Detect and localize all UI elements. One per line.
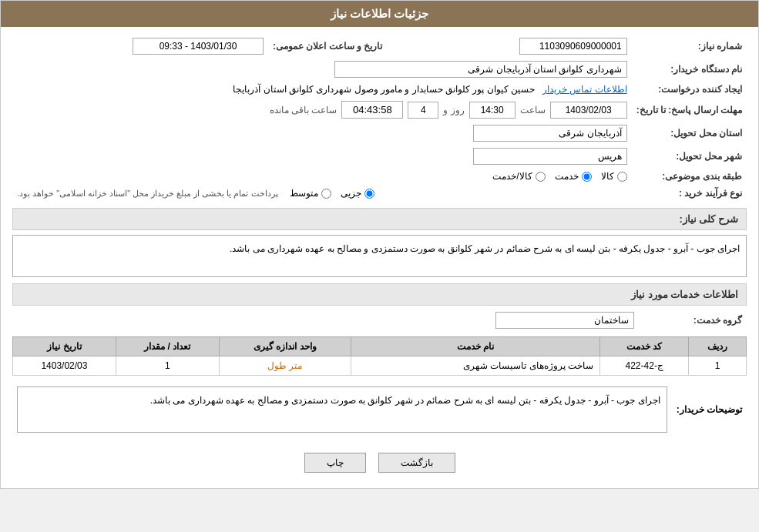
- radio-motovaset[interactable]: متوسط: [290, 188, 331, 199]
- mohlat-baqi: ساعت باقی مانده: [270, 105, 338, 115]
- col-code: کد خدمت: [600, 337, 689, 356]
- ostan-label: استان محل تحویل:: [632, 122, 747, 145]
- nooe-radio-group: متوسط جزیی: [290, 188, 374, 199]
- nam-dastgah-value: شهرداری کلوانق استان آذربایجان شرقی: [12, 58, 632, 81]
- radio-motovaset-input[interactable]: [321, 189, 331, 199]
- mohlat-inline: 1403/02/03 ساعت 14:30 روز و 4 04:43:58 س…: [17, 101, 627, 119]
- row-gorohe: گروه خدمت: ساختمان: [12, 309, 747, 332]
- gorohe-table: گروه خدمت: ساختمان: [12, 309, 747, 332]
- radio-kala-label: کالا: [601, 171, 614, 182]
- cell-radif: 1: [689, 356, 747, 376]
- radio-jozii-label: جزیی: [341, 188, 361, 199]
- tarikh-label: تاریخ و ساعت اعلان عمومی:: [268, 35, 387, 58]
- row-shahr: شهر محل تحویل: هریس: [12, 145, 747, 168]
- gorohe-label: گروه خدمت:: [639, 309, 747, 332]
- radio-kala[interactable]: کالا: [601, 171, 627, 182]
- cell-name: ساخت پروژه‌های تاسیسات شهری: [351, 356, 599, 376]
- btn-bazgasht[interactable]: بازگشت: [378, 453, 455, 473]
- mohlat-value: 1403/02/03 ساعت 14:30 روز و 4 04:43:58 س…: [12, 98, 632, 122]
- main-content: شماره نیاز: 1103090609000001 تاریخ و ساع…: [1, 27, 758, 488]
- col-radif: ردیف: [689, 337, 747, 356]
- radio-kala-khadamat-label: کالا/خدمت: [492, 171, 532, 182]
- khadamat-section-label: اطلاعات خدمات مورد نیاز: [631, 289, 738, 300]
- mohlat-rooz-field: 4: [408, 102, 438, 119]
- radio-motovaset-label: متوسط: [290, 188, 318, 199]
- ostan-field: آذربایجان شرقی: [473, 125, 627, 142]
- services-header-row: ردیف کد خدمت نام خدمت واحد اندازه گیری ت…: [13, 337, 747, 356]
- shomare-niaz-value: 1103090609000001: [418, 35, 631, 58]
- row-tozihat: توضیحات خریدار: اجرای جوب - آبرو - جدول …: [12, 383, 747, 436]
- row-tasnif: طبقه بندی موضوعی: کالا/خدمت خدمت: [12, 168, 747, 185]
- shahr-value: هریس: [12, 145, 632, 168]
- shomare-niaz-field: 1103090609000001: [519, 38, 627, 55]
- shomare-niaz-label: شماره نیاز:: [632, 35, 747, 58]
- mohlat-saat-field: 14:30: [469, 102, 516, 119]
- page-wrapper: جزئیات اطلاعات نیاز شماره نیاز: 11030906…: [0, 0, 759, 489]
- col-name: نام خدمت: [351, 337, 599, 356]
- gorohe-value: ساختمان: [12, 309, 639, 332]
- radio-jozii-input[interactable]: [364, 189, 374, 199]
- btn-chap[interactable]: چاپ: [304, 453, 366, 473]
- radio-khadamat-label: خدمت: [555, 171, 579, 182]
- page-title: جزئیات اطلاعات نیاز: [331, 7, 428, 20]
- tozihat-label: توضیحات خریدار:: [672, 383, 747, 436]
- tarikh-value: 1403/01/30 - 09:33: [12, 35, 268, 58]
- row-nooe-farayand: نوع فرآیند خرید : پرداخت تمام یا بخشی از…: [12, 185, 747, 202]
- shahr-label: شهر محل تحویل:: [632, 145, 747, 168]
- mohlat-timer: 04:43:58: [341, 101, 403, 119]
- ostan-value: آذربایجان شرقی: [12, 122, 632, 145]
- ijad-label: ایجاد کننده درخواست:: [632, 81, 747, 98]
- tasnif-label: طبقه بندی موضوعی:: [632, 168, 747, 185]
- tozihat-table: توضیحات خریدار: اجرای جوب - آبرو - جدول …: [12, 383, 747, 436]
- page-header: جزئیات اطلاعات نیاز: [1, 1, 758, 27]
- radio-kala-input[interactable]: [617, 172, 627, 182]
- tarikh-field: 1403/01/30 - 09:33: [133, 38, 264, 55]
- nam-dastgah-label: نام دستگاه خریدار:: [632, 58, 747, 81]
- process-row: پرداخت تمام یا بخشی از مبلغ خریداز محل "…: [17, 188, 627, 199]
- gorohe-field: ساختمان: [495, 312, 634, 329]
- radio-khadamat[interactable]: خدمت: [555, 171, 592, 182]
- col-tedad: تعداد / مقدار: [116, 337, 219, 356]
- mohlat-date-field: 1403/02/03: [550, 102, 627, 119]
- radio-kala-khadamat[interactable]: کالا/خدمت: [492, 171, 545, 182]
- mohlat-rooz-label: روز و: [443, 105, 464, 115]
- tasnif-radios: کالا/خدمت خدمت کالا: [12, 168, 632, 185]
- tozihat-box: اجرای جوب - آبرو - جدول یکرفه - بتن لیسه…: [17, 386, 667, 433]
- nooe-farayand-label: نوع فرآیند خرید :: [632, 185, 747, 202]
- mohlat-label: مهلت ارسال پاسخ: تا تاریخ:: [632, 98, 747, 122]
- sharh-section-header: شرح کلی نیاز:: [12, 208, 747, 230]
- row-ostan: استان محل تحویل: آذربایجان شرقی: [12, 122, 747, 145]
- ijad-text: حسین کیوان پور کلوانق حسابدار و مامور وص…: [233, 84, 535, 95]
- nooe-desc: پرداخت تمام یا بخشی از مبلغ خریداز محل "…: [17, 189, 278, 199]
- row-shomare-tarikh: شماره نیاز: 1103090609000001 تاریخ و ساع…: [12, 35, 747, 58]
- radio-khadamat-input[interactable]: [582, 172, 592, 182]
- row-ijad: ایجاد کننده درخواست: اطلاعات تماس خریدار…: [12, 81, 747, 98]
- tozihat-content: اجرای جوب - آبرو - جدول یکرفه - بتن لیسه…: [12, 383, 672, 436]
- radio-jozii[interactable]: جزیی: [341, 188, 374, 199]
- services-tbody: 1 ج-42-422 ساخت پروژه‌های تاسیسات شهری م…: [13, 356, 747, 376]
- nam-dastgah-field: شهرداری کلوانق استان آذربایجان شرقی: [334, 61, 627, 78]
- cell-vahed: متر طول: [219, 356, 351, 376]
- row-nam-dastgah: نام دستگاه خریدار: شهرداری کلوانق استان …: [12, 58, 747, 81]
- mohlat-saat-label: ساعت: [520, 105, 546, 115]
- nooe-farayand-content: پرداخت تمام یا بخشی از مبلغ خریداز محل "…: [12, 185, 632, 202]
- services-thead: ردیف کد خدمت نام خدمت واحد اندازه گیری ت…: [13, 337, 747, 356]
- button-row: بازگشت چاپ: [12, 442, 747, 480]
- table-row: 1 ج-42-422 ساخت پروژه‌های تاسیسات شهری م…: [13, 356, 747, 376]
- tasnif-radio-group: کالا/خدمت خدمت کالا: [17, 171, 627, 182]
- sharh-section-label: شرح کلی نیاز:: [679, 213, 738, 225]
- services-table: ردیف کد خدمت نام خدمت واحد اندازه گیری ت…: [12, 336, 747, 376]
- cell-tedad: 1: [116, 356, 219, 376]
- info-table: شماره نیاز: 1103090609000001 تاریخ و ساع…: [12, 35, 747, 202]
- cell-code: ج-42-422: [600, 356, 689, 376]
- cell-tarikh: 1403/02/03: [13, 356, 116, 376]
- radio-kala-khadamat-input[interactable]: [536, 172, 546, 182]
- sharh-description: اجرای جوب - آبرو - جدول یکرفه - بتن لیسه…: [12, 235, 747, 277]
- ijad-link[interactable]: اطلاعات تماس خریدار: [542, 84, 627, 95]
- row-mohlat: مهلت ارسال پاسخ: تا تاریخ: 1403/02/03 سا…: [12, 98, 747, 122]
- khadamat-section-header: اطلاعات خدمات مورد نیاز: [12, 283, 747, 306]
- shahr-field: هریس: [473, 148, 627, 165]
- col-vahed: واحد اندازه گیری: [219, 337, 351, 356]
- ijad-value: اطلاعات تماس خریدار حسین کیوان پور کلوان…: [12, 81, 632, 98]
- col-tarikh: تاریخ نیاز: [13, 337, 116, 356]
